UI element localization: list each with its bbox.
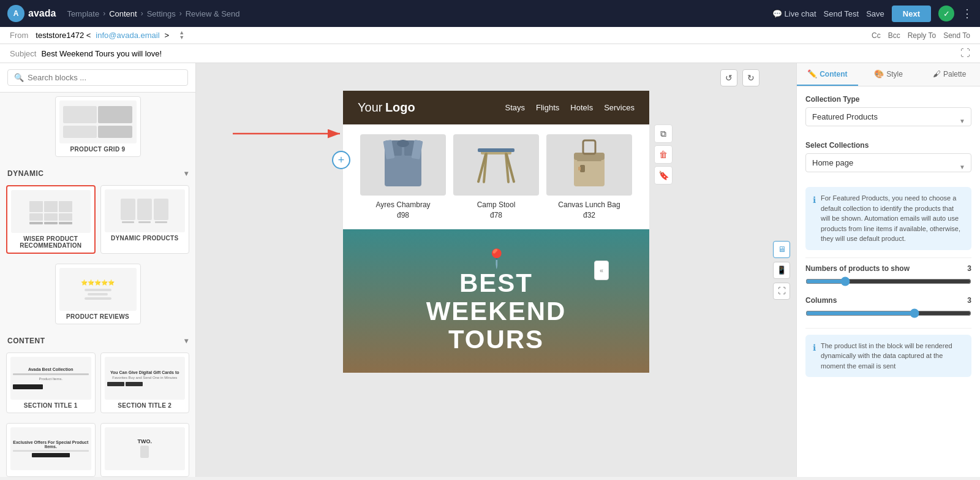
product-price-2: đ78	[453, 211, 539, 219]
delete-block-button[interactable]: 🗑	[654, 145, 673, 164]
arrow-indicator	[227, 115, 349, 152]
send-to-button[interactable]: Send To	[943, 31, 970, 40]
breadcrumb-content[interactable]: Content	[109, 9, 137, 18]
svg-rect-13	[478, 148, 514, 152]
select-collections-select[interactable]: Home page	[805, 153, 971, 172]
block-product-grid-9[interactable]: PRODUCT GRID 9	[55, 96, 141, 157]
products-count-value: 3	[967, 264, 971, 273]
block-wiser-recommendation[interactable]: WISER PRODUCT RECOMMENDATION	[6, 185, 96, 254]
product-reviews-label: PRODUCT REVIEWS	[59, 313, 137, 320]
section-title-1-preview: Avada Best Collection Product Items.	[10, 357, 91, 400]
product-name-3: Canvas Lunch Bag	[546, 200, 632, 209]
breadcrumb-review[interactable]: Review & Send	[186, 9, 240, 18]
breadcrumb: Template › Content › Settings › Review &…	[67, 9, 239, 18]
breadcrumb-settings[interactable]: Settings	[147, 9, 176, 18]
email-nav: Stays Flights Hotels Services	[505, 103, 635, 112]
collection-type-select[interactable]: Featured Products	[805, 107, 971, 126]
from-arrow[interactable]: ▲ ▼	[179, 31, 184, 39]
reply-to-button[interactable]: Reply To	[908, 31, 936, 40]
email-subject-header: Subject Best Weekend Tours you will love…	[0, 44, 980, 63]
collection-type-select-wrap: Featured Products	[805, 107, 971, 134]
expand-icon[interactable]: ⛶	[960, 48, 970, 59]
tab-content[interactable]: ✏️ Content	[797, 63, 858, 86]
product-block: Ayres Chambray đ98	[343, 124, 649, 229]
email-header-block: Your Logo Stays Flights Hotels Services	[343, 91, 649, 124]
subject-label: Subject	[10, 49, 36, 58]
shirt-image	[379, 137, 428, 192]
add-block-button[interactable]: +	[332, 151, 350, 169]
canvas-toolbar: ↺ ↻	[720, 69, 760, 86]
from-label: From	[10, 31, 28, 40]
right-panel: ✏️ Content 🎨 Style 🖌 Palette Collection …	[796, 63, 980, 477]
more-options-icon[interactable]: ⋮	[962, 7, 973, 20]
palette-tab-icon: 🖌	[933, 69, 941, 78]
block-section-title-2[interactable]: You Can Give Digital Gift Cards to Favor…	[100, 352, 190, 413]
product-price-1: đ98	[360, 211, 446, 219]
stool-image	[472, 137, 521, 192]
section-title-2-preview: You Can Give Digital Gift Cards to Favor…	[105, 357, 186, 400]
block-product-reviews[interactable]: ⭐⭐⭐⭐⭐ PRODUCT REVIEWS	[55, 264, 141, 324]
info-icon-1: ℹ	[813, 194, 816, 244]
products-count-slider[interactable]	[805, 276, 971, 286]
block-section-title-1[interactable]: Avada Best Collection Product Items. SEC…	[6, 352, 96, 413]
dynamic-blocks: WISER PRODUCT RECOMMENDATION	[0, 181, 195, 260]
content-section-header: CONTENT ▾	[0, 330, 195, 349]
save-button[interactable]: Save	[866, 9, 884, 18]
panel-tabs: ✏️ Content 🎨 Style 🖌 Palette	[797, 63, 980, 86]
email-from-header: From teststore1472 < info@avada.email > …	[0, 27, 980, 44]
dynamic-toggle[interactable]: ▾	[184, 169, 189, 178]
content-toggle[interactable]: ▾	[184, 337, 189, 345]
product-reviews-preview: ⭐⭐⭐⭐⭐	[59, 268, 137, 311]
divider-1	[805, 257, 971, 258]
reviews-section: ⭐⭐⭐⭐⭐ PRODUCT REVIEWS	[0, 260, 195, 330]
columns-slider[interactable]	[805, 308, 971, 318]
undo-button[interactable]: ↺	[720, 69, 737, 86]
select-collections-wrap: Home page	[805, 153, 971, 180]
svg-rect-19	[578, 167, 581, 170]
canvas-wrapper: + Your Logo	[343, 91, 649, 373]
product-image-1	[360, 134, 446, 196]
search-icon: 🔍	[14, 73, 24, 82]
content-label: CONTENT	[7, 337, 45, 345]
tab-style[interactable]: 🎨 Style	[858, 63, 919, 86]
products-count-section: Numbers of products to show 3	[805, 264, 971, 289]
content-tab-icon: ✏️	[807, 69, 817, 78]
search-input[interactable]	[28, 73, 181, 82]
static-single: PRODUCT GRID 9	[0, 93, 195, 163]
desktop-view-button[interactable]: 🖥	[773, 241, 790, 258]
bottom-1-preview: Exclusive Offers For Special Product Ite…	[10, 427, 91, 470]
collection-type-label: Collection Type	[805, 95, 971, 104]
product-grid-9-preview	[59, 101, 137, 143]
nav-right: 💬 Live chat Send Test Save Next ✓ ⋮	[772, 6, 973, 22]
next-button[interactable]: Next	[892, 6, 931, 22]
bookmark-block-button[interactable]: 🔖	[654, 166, 673, 185]
check-icon: ✓	[938, 6, 954, 21]
product-block-container: + Your Logo	[343, 91, 649, 229]
block-bottom-1[interactable]: Exclusive Offers For Special Product Ite…	[6, 423, 96, 477]
divider-2	[805, 328, 971, 329]
block-bottom-2[interactable]: TWO.	[100, 423, 190, 477]
send-test-button[interactable]: Send Test	[824, 9, 859, 18]
product-card-3: Canvas Lunch Bag đ32	[546, 134, 632, 219]
subject-value: Best Weekend Tours you will love!	[41, 49, 162, 58]
fullscreen-button[interactable]: ⛶	[773, 283, 790, 300]
email-logo: Your Logo	[358, 101, 415, 115]
hero-title: BESTWEEKENDTOURS	[426, 269, 567, 354]
breadcrumb-template[interactable]: Template	[67, 9, 99, 18]
info-icon-2: ℹ	[813, 341, 816, 371]
live-chat-button[interactable]: 💬 Live chat	[772, 9, 816, 18]
copy-block-button[interactable]: ⧉	[654, 124, 673, 143]
dynamic-products-preview	[105, 189, 186, 232]
from-end: >	[165, 31, 170, 40]
bcc-button[interactable]: Bcc	[888, 31, 900, 40]
products-count-header: Numbers of products to show 3	[805, 264, 971, 273]
cc-button[interactable]: Cc	[872, 31, 881, 40]
collapse-sidebar-button[interactable]: «	[594, 261, 609, 280]
product-image-2	[453, 134, 539, 196]
mobile-view-button[interactable]: 📱	[773, 262, 790, 279]
redo-button[interactable]: ↻	[742, 69, 760, 86]
device-toolbar: 🖥 📱 ⛶	[773, 241, 790, 300]
block-dynamic-products[interactable]: DYNAMIC PRODUCTS	[100, 185, 190, 254]
tab-palette[interactable]: 🖌 Palette	[919, 63, 980, 86]
section-title-1-label: SECTION TITLE 1	[10, 402, 91, 409]
